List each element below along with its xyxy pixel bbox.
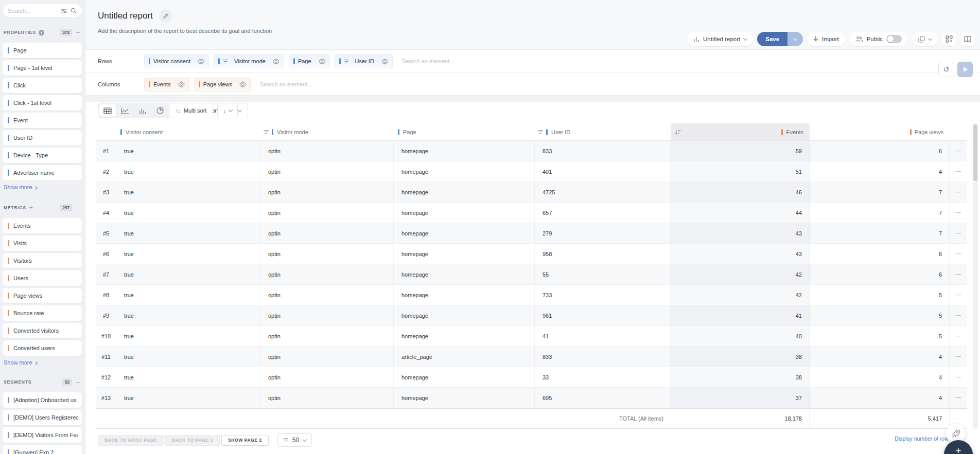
search-input[interactable] (8, 8, 58, 14)
metric-item[interactable]: Users (3, 270, 82, 286)
show-page-2-button[interactable]: SHOW PAGE 2 (221, 435, 269, 446)
row-dimension-chip[interactable]: Visitor mode (214, 55, 284, 68)
metric-item[interactable]: Visitors (3, 253, 82, 268)
export-dropdown[interactable]: ↓ (217, 103, 238, 118)
duplicate-dropdown[interactable] (912, 32, 938, 46)
table-row[interactable]: #11 true optin article_page 833 38 4 ⋯ (96, 347, 967, 367)
table-view-button[interactable] (99, 104, 116, 117)
property-item[interactable]: Advertiser name (3, 165, 82, 180)
column-metric-chip[interactable]: Page views (194, 78, 251, 92)
property-item[interactable]: Page (3, 43, 82, 58)
search-icon[interactable] (71, 8, 77, 14)
row-actions-button[interactable]: ⋯ (950, 141, 967, 161)
collapse-icon[interactable]: – (76, 30, 80, 35)
row-actions-button[interactable]: ⋯ (950, 161, 967, 181)
import-button[interactable]: Import (807, 32, 845, 46)
display-number-of-rows-link[interactable]: Display number of rows (895, 435, 951, 442)
segment-item[interactable]: [DEMO] Visitors From Feat... (3, 427, 82, 443)
gear-icon[interactable] (273, 58, 279, 65)
metric-item[interactable]: Converted users (3, 340, 82, 356)
segment-item[interactable]: [Adoption] Onboarded us... (3, 392, 82, 408)
table-row[interactable]: #10 true optin homepage 41 40 5 ⋯ (96, 326, 967, 347)
row-element-search-input[interactable] (402, 58, 505, 64)
properties-show-more-link[interactable]: Show more (4, 184, 37, 190)
table-row[interactable]: #7 true optin homepage 55 42 6 ⋯ (96, 264, 967, 285)
public-toggle-pill[interactable]: Public (849, 32, 908, 46)
metric-item[interactable]: Events (3, 218, 82, 233)
header-page[interactable]: Page (394, 123, 535, 140)
row-actions-button[interactable]: ⋯ (950, 264, 967, 284)
filter-settings-icon[interactable] (61, 8, 67, 14)
pie-chart-view-button[interactable] (152, 104, 168, 117)
gear-icon[interactable] (381, 58, 388, 65)
property-item[interactable]: Click (3, 78, 82, 93)
row-actions-button[interactable]: ⋯ (950, 305, 967, 325)
row-actions-button[interactable]: ⋯ (950, 367, 967, 387)
column-metric-chip[interactable]: Events (144, 78, 189, 92)
header-events-sorted[interactable]: Events (671, 123, 810, 140)
table-row[interactable]: #4 true optin homepage 657 44 7 ⋯ (96, 203, 967, 223)
table-row[interactable]: #6 true optin homepage 958 43 6 ⋯ (96, 244, 967, 264)
row-actions-button[interactable]: ⋯ (950, 203, 967, 223)
column-element-search-input[interactable] (260, 81, 363, 87)
back-to-first-page-button[interactable]: BACK TO FIRST PAGE (98, 435, 164, 446)
gear-icon[interactable] (239, 81, 246, 88)
metric-item[interactable]: Visits (3, 235, 82, 251)
gear-icon[interactable] (178, 81, 185, 88)
row-dimension-chip[interactable]: Visitor consent (144, 55, 209, 68)
report-selector-dropdown[interactable]: Untitled report (687, 32, 753, 46)
line-chart-view-button[interactable] (117, 104, 133, 117)
row-dimension-chip[interactable]: Page (289, 55, 330, 68)
property-item[interactable]: Event (3, 113, 82, 128)
header-visitor-consent[interactable]: Visitor consent (116, 123, 260, 140)
table-row[interactable]: #2 true optin homepage 401 51 4 ⋯ (96, 161, 967, 182)
back-to-page-1-button[interactable]: BACK TO PAGE 1 (165, 435, 220, 446)
add-metric-icon[interactable]: + (29, 204, 33, 211)
segment-item[interactable]: [Guowen] Exp 2 (3, 445, 82, 454)
gear-icon[interactable] (198, 58, 204, 65)
vertical-scrollbar[interactable] (973, 123, 978, 429)
run-report-button[interactable] (957, 62, 973, 77)
metric-item[interactable]: Converted visitors (3, 323, 82, 338)
collapse-icon[interactable]: – (76, 379, 80, 385)
table-row[interactable]: #12 true optin homepage 33 38 4 ⋯ (96, 367, 967, 388)
save-options-button[interactable] (787, 32, 803, 46)
row-actions-button[interactable]: ⋯ (950, 388, 967, 408)
multi-sort-button[interactable]: ↑↓ Multi sort (169, 103, 214, 118)
row-dimension-chip[interactable]: User ID (335, 55, 393, 68)
add-to-dashboard-button[interactable] (942, 32, 956, 46)
save-button[interactable]: Save (757, 32, 787, 46)
row-actions-button[interactable]: ⋯ (950, 285, 967, 305)
table-row[interactable]: #1 true optin homepage 833 59 6 ⋯ (96, 141, 967, 161)
header-page-views[interactable]: Page views (810, 123, 950, 140)
property-item[interactable]: Click - 1st level (3, 95, 82, 111)
property-item[interactable]: Page - 1st level (3, 60, 82, 76)
bar-chart-view-button[interactable] (134, 104, 151, 117)
metric-item[interactable]: Bounce rate (3, 305, 82, 321)
table-row[interactable]: #5 true optin homepage 279 43 7 ⋯ (96, 223, 967, 244)
table-row[interactable]: #13 true optin homepage 695 37 4 ⋯ (96, 388, 967, 408)
table-row[interactable]: #8 true optin homepage 733 42 5 ⋯ (96, 285, 967, 305)
row-actions-button[interactable]: ⋯ (950, 347, 967, 367)
edit-title-button[interactable] (159, 9, 172, 23)
add-fab-button[interactable]: + (944, 440, 973, 454)
undo-button[interactable]: ↺ (938, 62, 954, 77)
rows-per-page-dropdown[interactable]: ☰ 50 (277, 433, 312, 447)
gear-icon[interactable] (319, 58, 325, 65)
info-icon[interactable]: i (39, 30, 44, 35)
table-row[interactable]: #9 true optin homepage 961 41 5 ⋯ (96, 305, 967, 326)
metric-item[interactable]: Page views (3, 288, 82, 303)
row-actions-button[interactable]: ⋯ (950, 223, 967, 243)
collapse-icon[interactable]: – (76, 205, 80, 210)
row-actions-button[interactable]: ⋯ (950, 326, 967, 346)
public-toggle[interactable] (886, 35, 902, 43)
documentation-button[interactable] (960, 32, 975, 46)
header-visitor-mode[interactable]: Visitor mode (260, 123, 394, 140)
scrollbar-thumb[interactable] (973, 124, 977, 181)
property-item[interactable]: Device - Type (3, 148, 82, 163)
header-user-id[interactable]: User ID (535, 123, 671, 140)
segment-item[interactable]: [DEMO] Users Registered (3, 410, 82, 425)
row-actions-button[interactable]: ⋯ (950, 244, 967, 264)
table-row[interactable]: #3 true optin homepage 4725 46 7 ⋯ (96, 182, 967, 203)
property-item[interactable]: User ID (3, 130, 82, 146)
